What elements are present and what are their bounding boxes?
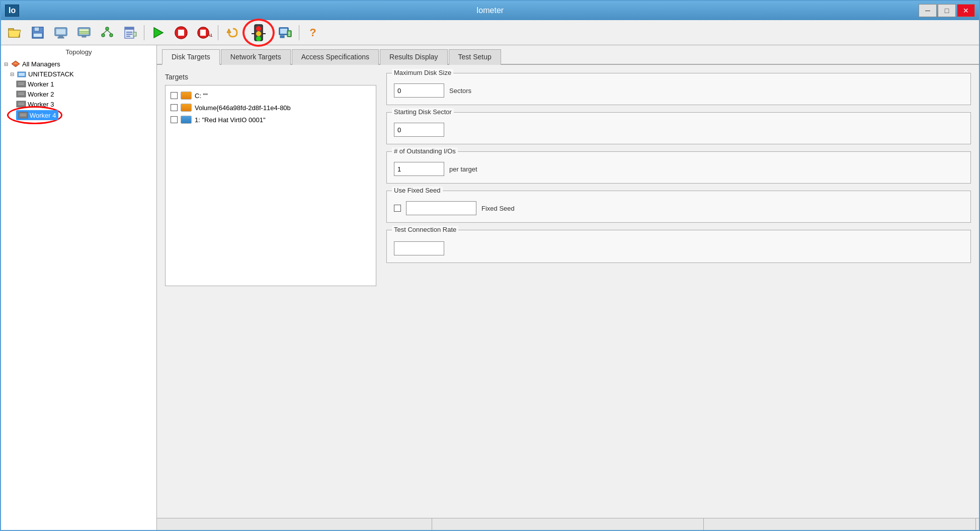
- help-icon: ?: [309, 26, 316, 39]
- svg-rect-6: [56, 29, 66, 35]
- tree-item-all-managers[interactable]: ⊟ All Managers: [4, 59, 153, 69]
- reset-button[interactable]: [221, 23, 242, 42]
- tree-item-unitedstack[interactable]: ⊟ UNITEDSTACK: [10, 69, 153, 79]
- target-checkbox-1[interactable]: [171, 104, 178, 111]
- svg-rect-38: [280, 29, 287, 34]
- fixed-seed-input[interactable]: [406, 201, 476, 215]
- target-item-1: Volume{646a98fd-2d8f-11e4-80b: [170, 102, 372, 114]
- open-button[interactable]: [4, 23, 25, 42]
- svg-rect-24: [133, 32, 136, 36]
- tree-item-worker4-container: Worker 4: [16, 109, 153, 122]
- all-managers-label: All Managers: [22, 60, 60, 68]
- network-button[interactable]: [73, 23, 95, 42]
- tab-disk-targets[interactable]: Disk Targets: [162, 49, 220, 65]
- target-checkbox-2[interactable]: [171, 116, 178, 123]
- manager-button[interactable]: [120, 23, 141, 42]
- main-area: Topology ⊟ All Managers ⊟: [1, 45, 979, 530]
- svg-rect-48: [17, 81, 26, 87]
- minimize-button[interactable]: ─: [919, 4, 937, 17]
- network-icon: [77, 26, 91, 39]
- fixed-seed-row: Fixed Seed: [394, 201, 963, 215]
- status-panel-1: [160, 518, 432, 530]
- target-item-0: C: "": [170, 90, 372, 102]
- test-connection-rate-input[interactable]: [394, 241, 444, 255]
- fixed-seed-unit: Fixed Seed: [481, 205, 515, 212]
- outstanding-ios-group: # of Outstanding I/Os per target: [386, 151, 971, 184]
- title-bar: Io Iometer ─ □ ✕: [1, 1, 979, 20]
- traffic-light-icon: [251, 24, 267, 42]
- svg-rect-54: [17, 101, 26, 107]
- targets-section-title: Targets: [165, 73, 376, 81]
- traffic-light-button[interactable]: [247, 23, 271, 43]
- target-icon-hdd-0: [181, 92, 192, 100]
- save-button[interactable]: [27, 23, 48, 42]
- target-checkbox-0[interactable]: [171, 92, 178, 99]
- start-button[interactable]: [147, 23, 169, 42]
- tree-item-worker4[interactable]: Worker 4: [16, 110, 58, 120]
- tab-network-targets[interactable]: Network Targets: [221, 49, 291, 65]
- tab-content-disk-targets: Targets C: "" Volume{646a98fd-2d8f: [157, 65, 979, 518]
- topology-panel: Topology ⊟ All Managers ⊟: [1, 45, 157, 530]
- worker3-label: Worker 3: [28, 101, 54, 108]
- help-button[interactable]: ?: [302, 23, 323, 42]
- manager-icon: [123, 26, 137, 39]
- max-disk-size-row: Sectors: [394, 83, 963, 98]
- use-fixed-seed-label: Use Fixed Seed: [392, 187, 443, 194]
- max-disk-size-unit: Sectors: [449, 87, 471, 95]
- svg-rect-22: [126, 34, 132, 35]
- maximize-button[interactable]: □: [938, 4, 956, 17]
- unitedstack-label: UNITEDSTACK: [28, 70, 74, 78]
- outstanding-ios-input[interactable]: [394, 162, 444, 176]
- worker3-icon: [16, 100, 26, 108]
- target-item-2: 1: "Red Hat VirtIO 0001": [170, 114, 372, 126]
- open-icon: [8, 26, 22, 39]
- stop-all-icon: ALL: [196, 26, 212, 40]
- svg-rect-23: [126, 36, 130, 37]
- tree-item-worker1[interactable]: Worker 1: [16, 79, 153, 89]
- svg-marker-25: [154, 28, 163, 38]
- outstanding-ios-row: per target: [394, 162, 963, 176]
- worker4-selected-wrapper: Worker 4: [16, 110, 58, 120]
- save-icon: [31, 26, 44, 39]
- svg-rect-20: [125, 27, 134, 30]
- svg-rect-21: [126, 32, 132, 33]
- stop-all-button[interactable]: ALL: [194, 23, 215, 42]
- svg-rect-39: [280, 36, 284, 38]
- tree-item-worker3[interactable]: Worker 3: [16, 99, 153, 109]
- tab-results-display[interactable]: Results Display: [380, 49, 447, 65]
- tab-test-setup[interactable]: Test Setup: [449, 49, 501, 65]
- topology-icon: [100, 26, 114, 39]
- max-disk-size-input[interactable]: [394, 83, 444, 98]
- svg-rect-51: [17, 91, 26, 97]
- display-button[interactable]: [50, 23, 71, 42]
- outstanding-ios-label: # of Outstanding I/Os: [392, 147, 458, 155]
- svg-rect-27: [178, 30, 184, 36]
- worker-manager-icon: [278, 26, 292, 40]
- tab-bar: Disk Targets Network Targets Access Spec…: [157, 45, 979, 65]
- expand-icon-all-managers: ⊟: [4, 61, 9, 67]
- toolbar-separator-1: [144, 25, 144, 40]
- fixed-seed-checkbox[interactable]: [394, 205, 401, 212]
- all-managers-icon: [11, 60, 21, 68]
- starting-disk-sector-group: Starting Disk Sector: [386, 112, 971, 144]
- svg-rect-4: [33, 33, 42, 37]
- svg-point-34: [256, 36, 261, 41]
- worker4-label: Worker 4: [30, 112, 56, 119]
- unitedstack-icon: [17, 70, 27, 78]
- starting-disk-sector-input[interactable]: [394, 123, 444, 137]
- title-bar-left: Io: [5, 5, 19, 17]
- worker-manager-button[interactable]: [275, 23, 296, 42]
- application-window: Io Iometer ─ □ ✕: [0, 0, 980, 531]
- svg-rect-29: [200, 30, 206, 36]
- tree-item-worker2[interactable]: Worker 2: [16, 89, 153, 99]
- window-title: Iometer: [476, 6, 504, 15]
- stop-button[interactable]: [171, 23, 192, 42]
- status-panel-3: [704, 518, 976, 530]
- status-bar: [157, 518, 979, 530]
- app-logo: Io: [5, 5, 19, 17]
- svg-point-15: [102, 34, 105, 37]
- close-button[interactable]: ✕: [957, 4, 975, 17]
- status-panel-2: [432, 518, 704, 530]
- topology-button[interactable]: [97, 23, 118, 42]
- tab-access-specifications[interactable]: Access Specifications: [292, 49, 379, 65]
